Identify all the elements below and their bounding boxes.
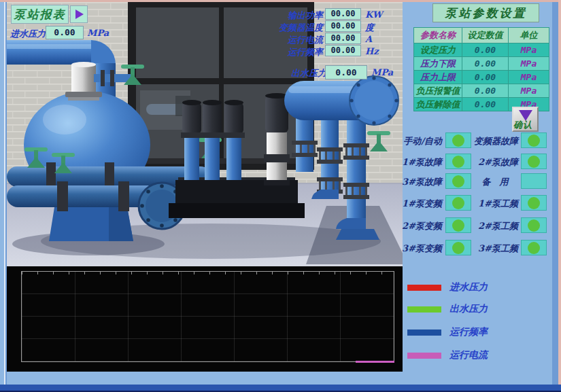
indicator-label-inverter-fault: 变频器故障 [472,135,518,147]
status-lamp-pump3-vfd [445,240,471,255]
legend-label-inlet-pressure: 进水压力 [449,281,488,293]
indicator-label-pump3-vfd: 3#泵变频 [394,243,442,255]
param-value-input[interactable]: 0.00 [462,57,508,70]
status-lamp-pump1-fault [445,154,471,169]
legend-label-run-frequency: 运行频率 [449,326,488,338]
status-lamp-pump3-mains [521,240,547,255]
green-lamp-icon [528,135,540,147]
indicator-label-pump2-mains: 2#泵工频 [472,220,518,232]
inverter-temp-unit: 度 [365,22,374,34]
run-current-trace [356,361,394,363]
frame-right-edge [552,2,558,385]
outlet-pressure-value: 0.00 [325,65,367,79]
inverter-temp-value: 00.00 [325,20,361,32]
status-lamp-spare [521,173,547,189]
legend-label-run-current: 运行电流 [449,349,488,361]
status-lamp-pump2-fault [521,154,547,169]
green-lamp-icon [528,197,540,209]
legend-swatch-inlet-pressure [407,285,441,291]
output-power-label: 输出功率 [274,10,323,22]
trend-plot-grid [21,271,394,362]
legend-swatch-run-current [407,353,441,359]
report-play-button[interactable] [70,5,88,23]
table-row: 压力下限 0.00 MPa [414,56,549,70]
frame-right-edge-outer [558,0,561,385]
indicator-label-pump1-vfd: 1#泵变频 [394,198,442,210]
param-name: 压力上限 [414,71,462,84]
confirm-button-label: 确认 [513,119,532,131]
green-lamp-icon [528,242,540,254]
table-row: 负压报警值 0.00 MPa [414,84,549,97]
confirm-button[interactable]: 确认 [512,107,539,132]
status-lamp-inverter-fault [521,132,547,148]
inlet-pressure-label: 进水压力 [10,28,46,40]
table-row: 设定压力 0.00 MPa [414,43,549,56]
indicator-label-pump2-fault: 2#泵故障 [472,156,518,168]
run-frequency-value: 00.00 [325,45,361,56]
outlet-pressure-unit: MPa [371,67,393,77]
run-current-label: 运行电流 [274,34,323,46]
header-unit: 单位 [508,28,549,43]
run-current-value: 00.00 [325,33,361,44]
param-value-input[interactable]: 0.00 [462,43,508,56]
inlet-pressure-unit: MPa [87,28,109,38]
status-lamp-pump1-vfd [445,195,471,211]
plot-tick-marks [22,272,394,274]
report-button[interactable]: 泵站报表 [11,5,69,24]
run-frequency-unit: Hz [365,46,379,56]
indicator-label-pump1-fault: 1#泵故障 [394,156,442,168]
indicator-label-spare: 备 用 [472,176,518,188]
green-lamp-icon [452,156,464,168]
run-current-unit: A [365,34,372,44]
outlet-pressure-label: 出水压力 [291,67,326,79]
header-param-name: 参数名称 [414,28,462,43]
output-power-value: 00.00 [325,8,361,20]
param-unit: MPa [508,84,549,97]
param-name: 压力下限 [414,57,462,70]
table-row: 压力上限 0.00 MPa [414,70,549,84]
pump-station-hmi-screen: 泵站报表 进水压力 0.00 MPa 输出功率 00.00 KW 变频器温度 0… [0,0,561,392]
output-power-unit: KW [365,10,382,20]
inlet-pressure-value: 0.00 [46,26,84,39]
green-lamp-icon [452,175,464,188]
status-lamp-pump1-mains [521,195,547,211]
inverter-temp-label: 变频器温度 [274,22,323,34]
status-lamp-pump3-fault [445,173,471,189]
indicator-label-pump3-fault: 3#泵故障 [394,176,442,188]
play-triangle-icon [75,10,84,19]
green-lamp-icon [528,219,540,232]
param-unit: MPa [508,57,549,70]
trend-chart-area [7,266,403,372]
parameter-table: 参数名称 设定数值 单位 设定压力 0.00 MPa 压力下限 0.00 MPa… [413,27,549,111]
settings-panel-title: 泵站参数设置 [432,3,539,22]
indicator-label-pump2-vfd: 2#泵变频 [394,220,442,232]
parameter-table-header: 参数名称 设定数值 单位 [414,28,549,43]
status-lamp-pump2-mains [521,217,547,233]
legend-label-outlet-pressure: 出水压力 [449,303,488,315]
indicator-label-pump1-mains: 1#泵工频 [472,198,518,210]
param-name: 负压解除值 [414,98,462,111]
param-value-input[interactable]: 0.00 [462,84,508,97]
green-lamp-icon [452,242,464,254]
param-value-input[interactable]: 0.00 [462,71,508,84]
frame-bottom-edge [0,385,561,392]
param-value-input[interactable]: 0.00 [462,98,508,111]
run-frequency-label: 运行频率 [274,46,323,58]
param-name: 设定压力 [414,43,462,56]
green-lamp-icon [452,135,464,147]
param-name: 负压报警值 [414,84,462,97]
status-lamp-pump2-vfd [445,217,471,233]
green-lamp-icon [452,197,464,209]
header-set-value: 设定数值 [462,28,508,43]
green-lamp-icon [528,156,540,168]
legend-swatch-outlet-pressure [407,306,441,313]
status-lamp-manual-auto [445,132,471,148]
green-lamp-icon [452,219,464,232]
legend-swatch-run-frequency [407,329,441,336]
indicator-label-manual-auto: 手动/自动 [394,135,442,147]
indicator-label-pump3-mains: 3#泵工频 [472,243,518,255]
param-unit: MPa [508,71,549,84]
param-unit: MPa [508,43,549,56]
